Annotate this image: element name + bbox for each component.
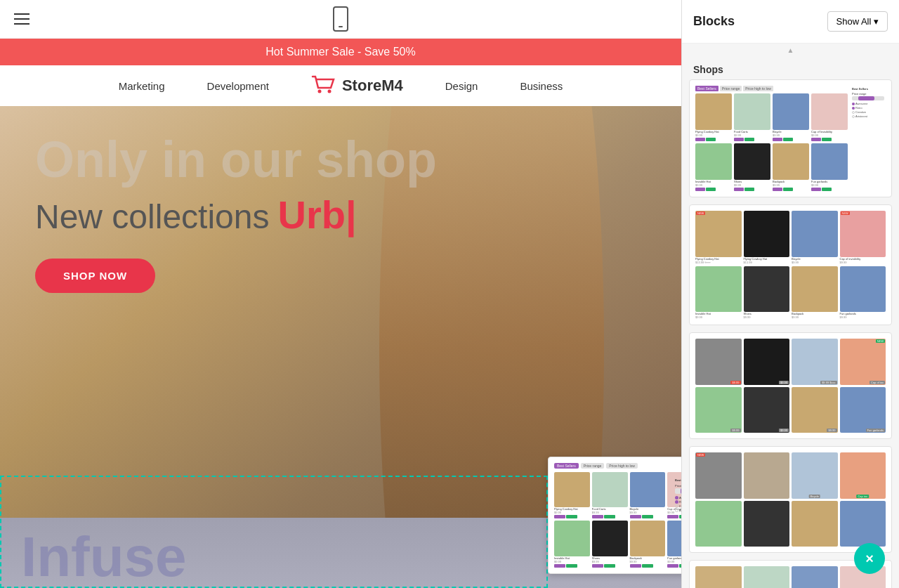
scroll-up-indicator[interactable]: ▲ [682,44,899,57]
tag-best-sellers: Best Sellers [695,86,718,91]
block-3-row1: $9.99 $9.99 $9.99 $xxx NEW Cap o [695,339,886,385]
block-4-row2 [695,501,886,547]
block-item: Food Carts $9.99 [734,93,770,141]
block-item: Invisible Hat $9.99 [695,266,742,320]
nav-logo[interactable]: StoreM4 [311,75,403,96]
block-1-sidebar: Best Sellers Price range Awesome Retro C… [851,86,886,191]
phone-icon [333,6,348,32]
hero-content: Only in our shop New collections Urb | S… [0,106,681,321]
block-item: Flying Cowboy Hat $11.99 [744,211,790,264]
block-item: Flying Hat $9.99 [695,566,742,588]
dashed-selection-box [0,476,548,588]
mini-item-1: Flying Cowboy Hat $9.99 [554,472,590,519]
main-area: Hot Summer Sale - Save 50% Marketing Dev… [0,0,681,588]
hero-accent-row: Urb | [277,192,356,237]
hamburger-menu[interactable] [14,13,29,25]
mini-item-7: Backpack $9.99 [630,521,666,568]
block-1-content: Best Sellers Price range Price high to l… [695,86,886,191]
block-item [744,501,790,547]
block-1-grid: Best Sellers Price range Price high to l… [695,86,848,191]
block-item: $9.99 [744,339,790,385]
block-item: Fun garlands $9.99 [811,143,848,191]
right-panel-title: Blocks [693,14,735,29]
show-all-label: Show All ▾ [836,16,879,27]
nav-item-development[interactable]: Development [207,80,269,92]
nav-item-design[interactable]: Design [445,80,478,92]
shops-section-label: Shops [682,57,899,79]
block-2-row1: NEW Flying Cowboy Hat $13.99 $xxx Flying… [695,211,886,264]
mini-item-5: Invisible Hat $9.99 [554,521,590,568]
mini-preview-popup: Best Sellers Price range Price high to l… [548,457,681,575]
hero-subtitle: New collections [35,197,269,237]
mini-preview-grid: Best Sellers Price range Price high to l… [554,463,681,568]
shop-now-button[interactable]: SHOP NOW [35,259,155,293]
block-item [792,501,838,547]
svg-point-0 [317,90,321,93]
hero-section: Only in our shop New collections Urb | S… [0,106,681,588]
tag-price-sort: Price high to low [743,86,773,91]
mini-tags-row: Best Sellers Price range Price high to l… [554,463,681,469]
mini-item-3: Bicycle $9.99 [630,472,666,519]
block-item: $9.99 [695,387,742,433]
block-1-items-row1: Flying Cowboy Hat $9.99 Food Carts $9.99 [695,93,848,141]
block-5-row1: Flying Hat $9.99 Pool Cart $9.99 Bicycle… [695,566,886,588]
close-icon: × [865,551,874,567]
close-button[interactable]: × [854,543,885,574]
nav-item-business[interactable]: Business [520,80,563,92]
block-card-1[interactable]: Best Sellers Price range Price high to l… [689,79,892,197]
block-item: Shoes $9.99 [734,143,770,191]
block-item: NEW [695,452,742,499]
nav-bar: Marketing Development StoreM4 Design Bus… [0,65,681,106]
block-item [744,452,790,499]
block-item: Fun garlands [840,387,886,433]
mini-tag-2: Price range [581,463,605,469]
mini-tag-1: Best Sellers [554,463,579,469]
hero-title-row: New collections Urb | [35,192,646,237]
right-panel: Blocks Show All ▾ ▲ Shops Best Sellers P… [681,0,899,588]
right-panel-header: Blocks Show All ▾ [682,0,899,44]
block-item: Cup of Invisibility $9.99 [811,93,848,141]
hero-title-main: Only in our shop [35,134,646,185]
block-item: Backpack $9.99 [792,266,838,320]
block-item: Bicycle $9.99 [773,93,809,141]
blocks-list: Best Sellers Price range Price high to l… [682,79,899,588]
block-item: NEW Flying Cowboy Hat $13.99 $xxx [695,211,742,264]
block-card-2[interactable]: NEW Flying Cowboy Hat $13.99 $xxx Flying… [689,204,892,325]
cart-logo-icon [311,75,336,96]
block-item: Fun garlands $9.99 [840,266,886,320]
hero-accent-text: Urb [277,192,345,237]
block-4-row1: NEW Bicycle Cap inv [695,452,886,499]
mini-item-2: Food Carts $9.99 [592,472,628,519]
block-card-3[interactable]: $9.99 $9.99 $9.99 $xxx NEW Cap o [689,332,892,439]
mini-preview-sidebar: Best Sellers Price range Awesome Retro C… [675,478,681,512]
block-item: $9.99 [744,387,790,433]
block-item: Bicycle [792,452,838,499]
mini-item-8: Fun garlands $9.99 [667,521,681,568]
block-item: Shoes $9.99 [744,266,790,320]
block-item: Invisible Hat $9.99 [695,143,732,191]
announcement-text: Hot Summer Sale - Save 50% [265,46,415,58]
tag-price-range: Price range [720,86,742,91]
svg-point-1 [327,90,331,93]
mini-item-6: Shoes $9.99 [592,521,628,568]
top-bar [0,0,681,39]
block-item: Bicycle $9.99 [792,566,838,588]
block-item: $9.99 [695,339,742,385]
logo-text: StoreM4 [342,77,403,95]
hero-caret: | [346,192,357,237]
block-2-row2: Invisible Hat $9.99 Shoes $9.99 Backpack… [695,266,886,320]
nav-item-marketing[interactable]: Marketing [119,80,165,92]
block-item [695,501,742,547]
block-item: NEW Cap of invisibility $9.99 [840,211,886,264]
mini-tag-3: Price high to low [606,463,638,469]
block-1-tags: Best Sellers Price range Price high to l… [695,86,848,91]
block-item: Bicycle $9.99 [792,211,838,264]
block-item: Backpack $9.99 [773,143,809,191]
block-item: NEW Cap of inv [840,339,886,385]
block-item: $9.99 [792,387,838,433]
show-all-button[interactable]: Show All ▾ [827,11,888,32]
block-item: Flying Cowboy Hat $9.99 [695,93,732,141]
announcement-bar: Hot Summer Sale - Save 50% [0,39,681,65]
block-card-4[interactable]: NEW Bicycle Cap inv [689,446,892,553]
block-item [840,501,886,547]
